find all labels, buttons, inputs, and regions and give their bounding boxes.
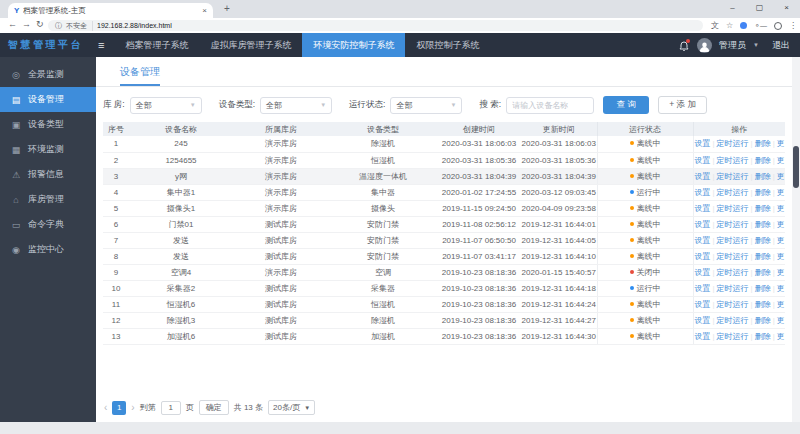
action-more-link[interactable]: 更多 (777, 156, 785, 165)
chevron-down-icon[interactable]: ▼ (753, 42, 759, 48)
next-page-icon[interactable]: › (131, 402, 134, 413)
browser-tab[interactable]: Y 档案管理系统-主页 × (8, 3, 213, 18)
action-more-link[interactable]: 更多 (777, 172, 785, 181)
user-name[interactable]: 管理员 (719, 39, 746, 52)
translate-icon[interactable]: 文 (711, 20, 719, 31)
avatar[interactable] (697, 38, 712, 53)
action-more-link[interactable]: 更多 (777, 268, 785, 277)
url-field[interactable]: ⓘ 不安全 192.168.2.88/index.html (48, 20, 703, 31)
action-delete-link[interactable]: 删除 (755, 252, 771, 261)
window-minimize-button[interactable]: – (719, 0, 746, 17)
bell-icon[interactable] (678, 39, 690, 52)
forward-icon[interactable]: → (22, 19, 31, 29)
action-delete-link[interactable]: 删除 (755, 332, 771, 341)
window-maximize-button[interactable]: ▢ (746, 0, 773, 17)
topnav-item[interactable]: 虚拟库房管理子系统 (199, 33, 302, 57)
action-settings-link[interactable]: 设置 (695, 316, 711, 325)
action-more-link[interactable]: 更多 (777, 332, 785, 341)
topnav-item[interactable]: 环境安防控制子系统 (302, 33, 405, 57)
page-number-active[interactable]: 1 (112, 401, 126, 415)
action-settings-link[interactable]: 设置 (695, 139, 711, 148)
action-schedule-run-link[interactable]: 定时运行 (717, 188, 749, 197)
browser-menu-icon[interactable]: ⋮ (789, 21, 797, 30)
action-settings-link[interactable]: 设置 (695, 268, 711, 277)
sidebar-item[interactable]: ▦ 环境监测 (0, 137, 96, 162)
action-delete-link[interactable]: 删除 (755, 188, 771, 197)
action-delete-link[interactable]: 删除 (755, 204, 771, 213)
reload-icon[interactable]: ↻ (36, 19, 44, 29)
action-more-link[interactable]: 更多 (777, 139, 785, 148)
window-close-button[interactable]: × (773, 0, 800, 17)
sidebar-item[interactable]: ▣ 设备类型 (0, 112, 96, 137)
sidebar-item[interactable]: ▤ 设备管理 (0, 87, 96, 112)
action-delete-link[interactable]: 删除 (755, 156, 771, 165)
query-button[interactable]: 查 询 (603, 96, 649, 114)
action-settings-link[interactable]: 设置 (695, 172, 711, 181)
room-filter-select[interactable]: 全部 ▼ (130, 97, 202, 114)
action-schedule-run-link[interactable]: 定时运行 (717, 156, 749, 165)
action-settings-link[interactable]: 设置 (695, 236, 711, 245)
action-settings-link[interactable]: 设置 (695, 156, 711, 165)
action-schedule-run-link[interactable]: 定时运行 (717, 332, 749, 341)
action-more-link[interactable]: 更多 (777, 236, 785, 245)
action-delete-link[interactable]: 删除 (755, 284, 771, 293)
action-delete-link[interactable]: 删除 (755, 172, 771, 181)
action-schedule-run-link[interactable]: 定时运行 (717, 220, 749, 229)
action-settings-link[interactable]: 设置 (695, 284, 711, 293)
action-more-link[interactable]: 更多 (777, 252, 785, 261)
key-icon[interactable]: ⚬— (754, 22, 767, 30)
scrollbar-thumb[interactable] (793, 146, 799, 188)
sidebar-item[interactable]: ◉ 监控中心 (0, 237, 96, 262)
action-delete-link[interactable]: 删除 (755, 268, 771, 277)
action-delete-link[interactable]: 删除 (755, 316, 771, 325)
sidebar-item[interactable]: ⌂ 库房管理 (0, 187, 96, 212)
logout-link[interactable]: 退出 (772, 39, 790, 52)
bookmark-star-icon[interactable]: ☆ (726, 21, 733, 30)
goto-page-input[interactable] (161, 401, 181, 415)
action-schedule-run-link[interactable]: 定时运行 (717, 204, 749, 213)
action-more-link[interactable]: 更多 (777, 220, 785, 229)
action-settings-link[interactable]: 设置 (695, 188, 711, 197)
action-more-link[interactable]: 更多 (777, 204, 785, 213)
back-icon[interactable]: ← (8, 19, 17, 29)
action-settings-link[interactable]: 设置 (695, 204, 711, 213)
confirm-button[interactable]: 确定 (199, 400, 229, 415)
action-more-link[interactable]: 更多 (777, 188, 785, 197)
action-delete-link[interactable]: 删除 (755, 220, 771, 229)
prev-page-icon[interactable]: ‹ (104, 402, 107, 413)
sidebar-item[interactable]: ◎ 全景监测 (0, 62, 96, 87)
topnav-item[interactable]: 档案管理子系统 (114, 33, 199, 57)
action-settings-link[interactable]: 设置 (695, 300, 711, 309)
new-tab-button[interactable]: + (224, 3, 230, 14)
profile-icon[interactable] (774, 22, 782, 30)
topnav-item[interactable]: 权限控制子系统 (405, 33, 490, 57)
action-more-link[interactable]: 更多 (777, 300, 785, 309)
tab-device-management[interactable]: 设备管理 (120, 57, 160, 86)
action-schedule-run-link[interactable]: 定时运行 (717, 252, 749, 261)
status-filter-select[interactable]: 全部 ▼ (390, 97, 462, 114)
add-device-button[interactable]: + 添 加 (658, 96, 707, 114)
type-filter-select[interactable]: 全部 ▼ (260, 97, 332, 114)
action-settings-link[interactable]: 设置 (695, 220, 711, 229)
sidebar-item[interactable]: ▭ 命令字典 (0, 212, 96, 237)
action-schedule-run-link[interactable]: 定时运行 (717, 172, 749, 181)
scrollbar-track[interactable] (792, 57, 800, 422)
hamburger-icon[interactable]: ≡ (98, 39, 104, 51)
action-more-link[interactable]: 更多 (777, 284, 785, 293)
extension-icon[interactable] (740, 22, 747, 29)
tab-close-icon[interactable]: × (202, 6, 207, 15)
action-schedule-run-link[interactable]: 定时运行 (717, 139, 749, 148)
action-schedule-run-link[interactable]: 定时运行 (717, 300, 749, 309)
action-settings-link[interactable]: 设置 (695, 332, 711, 341)
action-schedule-run-link[interactable]: 定时运行 (717, 236, 749, 245)
sidebar-item[interactable]: ⚠ 报警信息 (0, 162, 96, 187)
search-input[interactable] (506, 97, 594, 114)
action-more-link[interactable]: 更多 (777, 316, 785, 325)
action-delete-link[interactable]: 删除 (755, 139, 771, 148)
action-schedule-run-link[interactable]: 定时运行 (717, 268, 749, 277)
action-settings-link[interactable]: 设置 (695, 252, 711, 261)
info-icon[interactable]: ⓘ (55, 21, 62, 31)
page-size-select[interactable]: 20条/页 ▼ (268, 400, 315, 415)
action-delete-link[interactable]: 删除 (755, 300, 771, 309)
action-delete-link[interactable]: 删除 (755, 236, 771, 245)
